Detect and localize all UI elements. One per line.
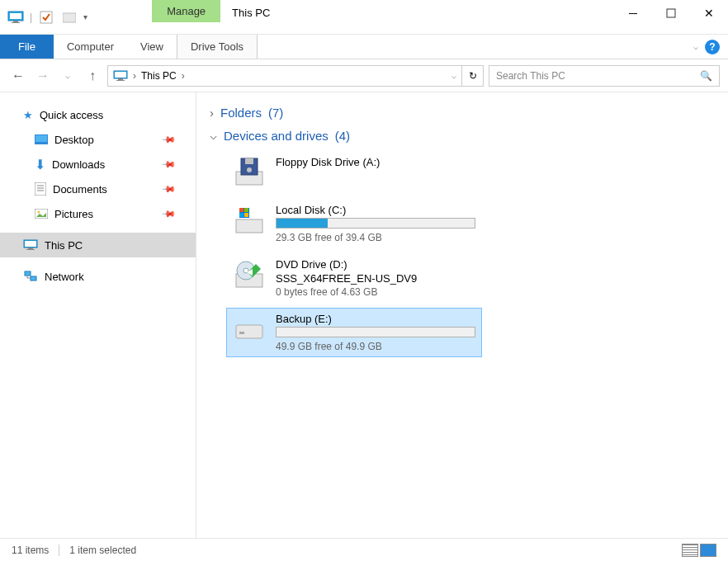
chevron-down-icon: ⌵: [210, 128, 217, 143]
svg-rect-20: [25, 241, 36, 247]
large-icons-view-button[interactable]: [700, 544, 716, 557]
svg-rect-8: [115, 72, 126, 78]
drive-item[interactable]: DVD Drive (D:) SSS_X64FREE_EN-US_DV9 0 b…: [226, 253, 482, 303]
file-tab[interactable]: File: [0, 35, 54, 59]
drive-name: Backup (E:): [276, 313, 475, 325]
properties-icon[interactable]: [37, 8, 55, 26]
svg-rect-22: [26, 249, 35, 250]
details-view-button[interactable]: [682, 544, 698, 557]
svg-rect-1: [10, 13, 21, 19]
drive-free-text: 49.9 GB free of 49.9 GB: [276, 341, 475, 352]
help-icon[interactable]: ?: [705, 40, 720, 54]
svg-rect-32: [244, 208, 248, 212]
thispc-icon: [23, 239, 38, 251]
downloads-icon: ⬇: [35, 157, 45, 172]
ribbon-expand-icon[interactable]: ⌵: [693, 42, 698, 51]
group-drives[interactable]: ⌵ Devices and drives (4): [210, 128, 715, 143]
address-bar: ← → ⌵ ↑ › This PC › ⌵ ↻ Search This PC 🔍: [0, 59, 728, 92]
qa-dropdown-icon[interactable]: ▾: [83, 12, 87, 21]
sidebar-quick-access[interactable]: ★ Quick access: [0, 102, 196, 127]
floppy-drive-icon: [233, 156, 266, 189]
ribbon: File Computer View Drive Tools ⌵ ?: [0, 35, 728, 59]
thispc-icon: [7, 8, 25, 26]
sidebar-this-pc[interactable]: This PC: [0, 233, 196, 257]
dvd-drive-icon: [233, 258, 266, 291]
tab-drive-tools[interactable]: Drive Tools: [177, 35, 258, 59]
thispc-icon: [113, 70, 128, 82]
drive-item[interactable]: Local Disk (C:) 29.3 GB free of 39.4 GB: [226, 199, 482, 248]
contextual-tab-label[interactable]: Manage: [152, 0, 220, 22]
sidebar-item-documents[interactable]: Documents📌: [0, 177, 196, 201]
navigation-pane: ★ Quick access Desktop📌 ⬇ Downloads📌 Doc…: [0, 92, 196, 538]
item-count: 11 items: [12, 544, 49, 556]
search-icon: 🔍: [700, 70, 712, 82]
quick-access-toolbar: | ▾: [0, 0, 94, 34]
drive-item[interactable]: Floppy Disk Drive (A:): [226, 151, 482, 194]
refresh-button[interactable]: ↻: [462, 65, 484, 87]
svg-rect-12: [35, 135, 47, 142]
local-disk-icon: [233, 204, 266, 237]
drive-item[interactable]: Backup (E:) 49.9 GB free of 49.9 GB: [226, 308, 482, 357]
content-pane: › Folders (7) ⌵ Devices and drives (4) F…: [196, 92, 728, 538]
address-dropdown-icon[interactable]: ⌵: [451, 71, 456, 80]
svg-rect-34: [244, 213, 248, 217]
pin-icon: 📌: [160, 181, 176, 196]
tab-computer[interactable]: Computer: [54, 35, 127, 59]
titlebar: | ▾ Manage This PC ─ ✕: [0, 0, 728, 35]
up-button[interactable]: ↑: [83, 66, 102, 86]
svg-rect-23: [25, 271, 31, 276]
documents-icon: [35, 182, 46, 196]
sidebar-item-desktop[interactable]: Desktop📌: [0, 127, 196, 152]
search-input[interactable]: Search This PC 🔍: [489, 65, 720, 87]
svg-rect-31: [239, 208, 243, 212]
svg-rect-2: [13, 21, 18, 22]
svg-rect-5: [63, 13, 76, 22]
drive-sublabel: SSS_X64FREE_EN-US_DV9: [276, 272, 475, 285]
svg-rect-13: [35, 182, 46, 196]
drive-name: DVD Drive (D:): [276, 258, 475, 271]
svg-rect-29: [236, 219, 262, 233]
recent-dropdown-icon[interactable]: ⌵: [58, 66, 78, 86]
tab-view[interactable]: View: [127, 35, 177, 59]
usage-bar: [276, 218, 475, 229]
svg-point-18: [38, 211, 40, 214]
svg-point-28: [247, 167, 252, 172]
back-button[interactable]: ←: [8, 66, 28, 86]
network-icon: [23, 271, 38, 282]
group-folders[interactable]: › Folders (7): [210, 106, 715, 120]
pictures-icon: [35, 209, 48, 219]
svg-rect-10: [116, 80, 125, 81]
sidebar-network[interactable]: Network: [0, 264, 196, 289]
drive-name: Floppy Disk Drive (A:): [276, 156, 475, 168]
minimize-button[interactable]: ─: [614, 0, 652, 26]
svg-rect-24: [31, 276, 36, 280]
svg-rect-39: [239, 332, 244, 334]
drive-free-text: 29.3 GB free of 39.4 GB: [276, 232, 475, 243]
breadcrumb-chevron[interactable]: ›: [182, 70, 185, 82]
backup-drive-icon: [233, 313, 266, 346]
pin-icon: 📌: [160, 156, 176, 172]
new-folder-icon[interactable]: [60, 8, 78, 26]
svg-rect-9: [118, 78, 123, 80]
breadcrumb-location[interactable]: This PC: [141, 70, 177, 82]
selection-count: 1 item selected: [69, 544, 136, 556]
close-button[interactable]: ✕: [690, 0, 728, 26]
chevron-right-icon: ›: [210, 106, 214, 120]
sidebar-item-pictures[interactable]: Pictures📌: [0, 201, 196, 226]
usage-bar: [276, 327, 475, 337]
svg-rect-27: [245, 158, 253, 164]
status-bar: 11 items 1 item selected: [0, 538, 728, 561]
forward-button[interactable]: →: [33, 66, 53, 86]
svg-rect-21: [28, 248, 33, 249]
star-icon: ★: [23, 109, 33, 121]
svg-rect-6: [667, 9, 675, 17]
svg-rect-3: [12, 22, 20, 23]
maximize-button[interactable]: [652, 0, 690, 26]
address-field[interactable]: › This PC › ⌵: [107, 65, 462, 87]
sidebar-item-downloads[interactable]: ⬇ Downloads📌: [0, 152, 196, 177]
drive-name: Local Disk (C:): [276, 204, 475, 216]
window-title: This PC: [220, 0, 281, 34]
desktop-icon: [35, 134, 48, 144]
pin-icon: 📌: [160, 205, 176, 221]
breadcrumb-chevron[interactable]: ›: [133, 70, 136, 82]
